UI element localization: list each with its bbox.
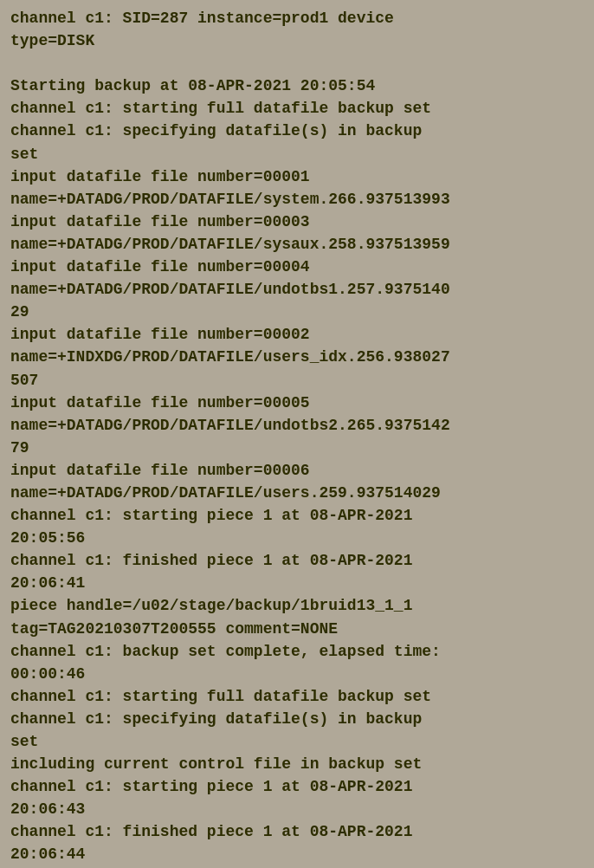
terminal-output: channel c1: SID=287 instance=prod1 devic… xyxy=(10,7,584,866)
